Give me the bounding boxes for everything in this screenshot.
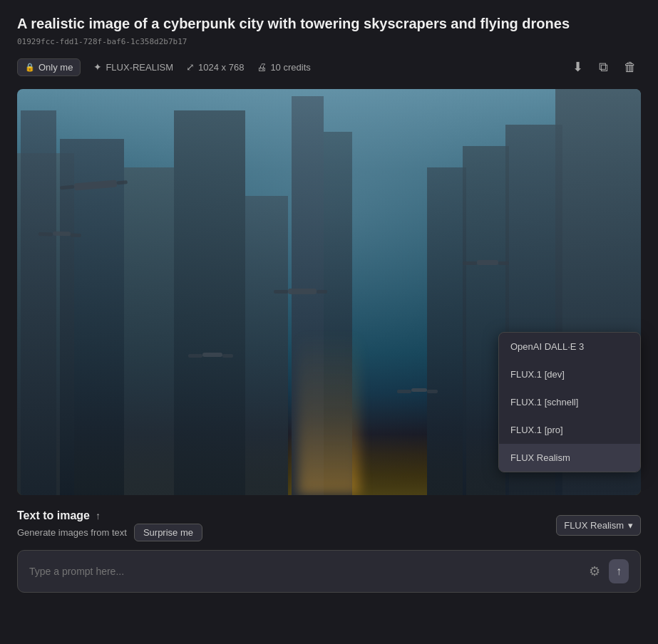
section-header: Text to image ↑ — [17, 509, 202, 522]
dropdown-item-flux-pro[interactable]: FLUX.1 [pro] — [499, 416, 640, 444]
recycle-icon: ↑ — [96, 510, 101, 521]
resolution-meta: ⤢ 1024 x 768 — [186, 61, 244, 73]
model-icon: ✦ — [93, 61, 102, 73]
drone — [202, 353, 222, 357]
dropdown-item-flux-schnell[interactable]: FLUX.1 [schnell] — [499, 388, 640, 416]
copy-button[interactable]: ⧉ — [595, 57, 612, 78]
drone — [411, 388, 427, 392]
delete-button[interactable]: 🗑 — [620, 57, 641, 78]
send-button[interactable]: ↑ — [609, 559, 629, 583]
section-title: Text to image — [17, 509, 90, 522]
credits-icon: 🖨 — [257, 61, 267, 73]
model-selected-label: FLUX Realism — [564, 520, 624, 531]
building — [245, 196, 288, 495]
chevron-down-icon: ▾ — [628, 520, 633, 531]
building — [60, 139, 124, 495]
subtitle-row: Generate images from text Surprise me — [17, 524, 202, 541]
settings-button[interactable]: ⚙ — [587, 562, 602, 581]
surprise-button[interactable]: Surprise me — [134, 524, 202, 541]
resolution-label: 1024 x 768 — [198, 62, 244, 73]
subtitle-text: Generate images from text — [17, 527, 127, 538]
model-label: FLUX-REALISM — [106, 62, 173, 73]
dropdown-item-dalle3[interactable]: OpenAI DALL·E 3 — [499, 333, 640, 360]
building — [21, 110, 56, 495]
dropdown-item-flux-dev[interactable]: FLUX.1 [dev] — [499, 360, 640, 388]
building — [124, 167, 174, 495]
download-button[interactable]: ⬇ — [568, 56, 587, 78]
meta-bar: 🔒 Only me ✦ FLUX-REALISM ⤢ 1024 x 768 🖨 … — [17, 56, 641, 78]
building — [427, 167, 466, 495]
lock-icon: 🔒 — [25, 63, 35, 72]
model-dropdown-popup: OpenAI DALL·E 3 FLUX.1 [dev] FLUX.1 [sch… — [498, 332, 641, 472]
resolution-icon: ⤢ — [186, 61, 195, 73]
visibility-label: Only me — [38, 62, 73, 73]
building — [174, 110, 245, 495]
credits-meta: 🖨 10 credits — [257, 61, 310, 73]
bottom-section: Text to image ↑ Generate images from tex… — [17, 509, 641, 593]
credits-label: 10 credits — [270, 62, 310, 73]
drone — [288, 289, 317, 294]
drone — [477, 260, 498, 265]
model-meta: ✦ FLUX-REALISM — [93, 61, 173, 73]
prompt-input[interactable] — [29, 566, 580, 577]
drone — [53, 232, 71, 237]
dropdown-item-flux-realism[interactable]: FLUX Realism — [499, 444, 640, 472]
page-title: A realistic image of a cyberpunk city wi… — [17, 14, 641, 33]
prompt-row: ⚙ ↑ — [17, 550, 641, 593]
visibility-badge[interactable]: 🔒 Only me — [17, 58, 81, 76]
image-id: 01929fcc-fdd1-728f-baf6-1c358d2b7b17 — [17, 37, 641, 46]
model-dropdown[interactable]: FLUX Realism ▾ — [556, 515, 641, 536]
action-buttons: ⬇ ⧉ 🗑 — [568, 56, 641, 78]
street-glow — [298, 333, 361, 495]
